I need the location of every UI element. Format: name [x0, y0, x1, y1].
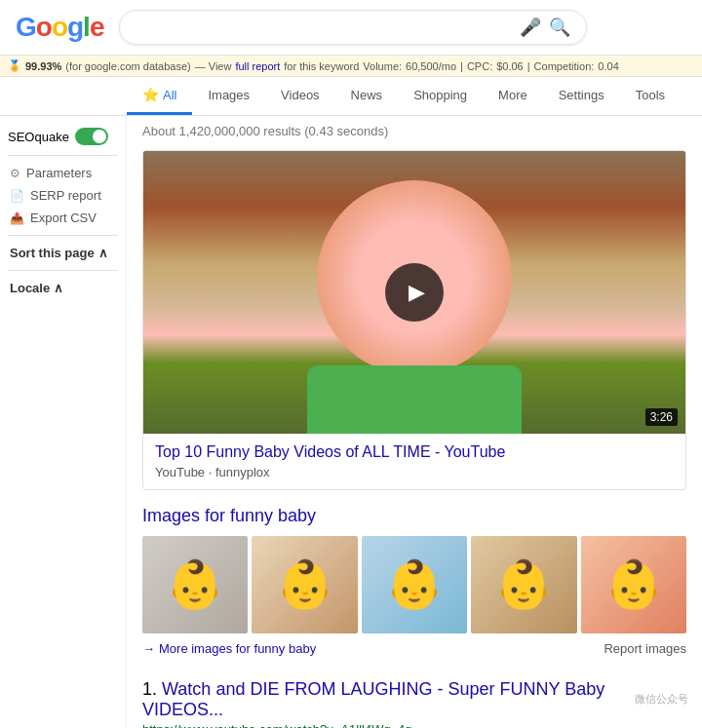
sidebar-item-export-csv[interactable]: 📤 Export CSV — [8, 207, 118, 229]
seoquake-row: SEOquake — [8, 128, 118, 145]
microphone-icon[interactable]: 🎤 — [520, 17, 541, 38]
baby-image-1 — [142, 536, 248, 633]
seo-full-report-link[interactable]: full report — [235, 60, 280, 72]
tab-all-label: All — [163, 88, 176, 102]
video-info: Top 10 Funny Baby Videos of ALL TIME - Y… — [143, 434, 685, 489]
seo-database: (for google.com database) — [65, 60, 190, 72]
seo-competition-value: 0.04 — [598, 60, 618, 72]
content-area: About 1,420,000,000 results (0.43 second… — [127, 116, 702, 728]
tab-more[interactable]: More — [483, 78, 543, 115]
image-thumb-3[interactable] — [362, 536, 467, 633]
more-images-label: More images for funny baby — [159, 641, 316, 656]
seo-volume-value: 60,500/mo — [406, 60, 456, 72]
seoquake-toggle[interactable] — [75, 128, 108, 145]
nav-right: Settings Tools — [543, 78, 681, 115]
tab-shopping-label: Shopping — [413, 88, 467, 102]
sidebar-item-parameters[interactable]: ⚙ Parameters — [8, 162, 118, 184]
video-title-link[interactable]: Top 10 Funny Baby Videos of ALL TIME - Y… — [155, 443, 505, 460]
result-1-url: https://www.youtube.com/watch?v=A1lll4Wq… — [142, 722, 686, 728]
seo-pipe-2: | — [527, 60, 530, 72]
seo-competition-label: Competition: — [534, 60, 595, 72]
baby-image-4 — [471, 536, 576, 633]
sidebar-divider-2 — [8, 235, 118, 236]
locale-section[interactable]: Locale ∧ — [8, 277, 118, 299]
result-1-title: 1. Watch and DIE FROM LAUGHING - Super F… — [142, 679, 686, 720]
tab-news[interactable]: News — [335, 78, 399, 115]
tab-videos-label: Videos — [281, 88, 320, 102]
tab-settings-label: Settings — [559, 88, 604, 102]
watermark: 微信公众号 — [631, 690, 692, 709]
sort-label: Sort this page — [10, 246, 95, 260]
seo-star: 🏅 — [8, 59, 21, 72]
seo-cpc-value: $0.06 — [496, 60, 524, 72]
tab-images[interactable]: Images — [192, 78, 265, 115]
header: Google funny baby 🎤 🔍 — [0, 0, 702, 56]
search-result-1: 1. Watch and DIE FROM LAUGHING - Super F… — [142, 671, 686, 728]
baby-image-3 — [362, 536, 467, 633]
sidebar-divider-1 — [8, 155, 118, 156]
baby-image-2 — [252, 536, 357, 633]
seo-percentage: 99.93% — [25, 60, 61, 72]
play-button[interactable] — [385, 263, 444, 322]
sort-section[interactable]: Sort this page ∧ — [8, 242, 118, 264]
image-thumb-5[interactable] — [581, 536, 686, 633]
tab-all[interactable]: ⭐ All — [127, 77, 192, 115]
seo-bar: 🏅 99.93% (for google.com database) — Vie… — [0, 56, 702, 77]
seoquake-label: SEOquake — [8, 130, 69, 144]
main-layout: SEOquake ⚙ Parameters 📄 SERP report 📤 Ex… — [0, 116, 702, 728]
image-thumb-4[interactable] — [471, 536, 576, 633]
nav-tabs: ⭐ All Images Videos News Shopping More S… — [0, 77, 702, 116]
search-bar: funny baby 🎤 🔍 — [119, 10, 587, 45]
seo-volume-label: Volume: — [363, 60, 402, 72]
result-1-title-link[interactable]: Watch and DIE FROM LAUGHING - Super FUNN… — [142, 679, 604, 719]
seo-cpc-label: CPC: — [467, 60, 492, 72]
sidebar-item-serp-report[interactable]: 📄 SERP report — [8, 184, 118, 207]
export-icon: 📤 — [10, 211, 24, 225]
tab-settings[interactable]: Settings — [543, 78, 620, 115]
search-input[interactable]: funny baby — [136, 19, 512, 36]
tab-shopping[interactable]: Shopping — [398, 78, 483, 115]
locale-chevron-icon: ∧ — [54, 281, 63, 295]
video-duration: 3:26 — [645, 408, 678, 426]
baby-image-5 — [581, 536, 686, 633]
report-icon: 📄 — [10, 189, 24, 203]
seo-view-text: — View — [195, 60, 232, 72]
more-images-link[interactable]: → More images for funny baby — [142, 641, 316, 656]
all-star-icon: ⭐ — [142, 87, 159, 102]
sidebar-divider-3 — [8, 270, 118, 271]
tab-tools-label: Tools — [636, 88, 665, 102]
image-thumb-2[interactable] — [252, 536, 357, 633]
export-csv-label: Export CSV — [30, 211, 97, 225]
results-count: About 1,420,000,000 results (0.43 second… — [142, 124, 686, 138]
seo-for-keyword: for this keyword — [284, 60, 359, 72]
tab-news-label: News — [351, 88, 383, 102]
sort-chevron-icon: ∧ — [98, 246, 108, 260]
result-1-number: 1. — [142, 679, 157, 699]
google-logo: Google — [16, 12, 103, 43]
tab-tools[interactable]: Tools — [620, 78, 681, 115]
images-section: Images for funny baby — [142, 506, 686, 656]
image-thumb-1[interactable] — [142, 536, 248, 633]
images-grid — [142, 536, 686, 633]
tab-videos[interactable]: Videos — [265, 78, 335, 115]
sidebar: SEOquake ⚙ Parameters 📄 SERP report 📤 Ex… — [0, 116, 127, 728]
tab-more-label: More — [498, 88, 527, 102]
search-icon[interactable]: 🔍 — [549, 17, 570, 38]
video-source: YouTube · funnyplox — [155, 465, 674, 479]
parameters-label: Parameters — [26, 166, 92, 180]
arrow-right-icon: → — [142, 641, 155, 656]
seo-pipe-1: | — [460, 60, 463, 72]
images-section-header: Images for funny baby — [142, 506, 686, 526]
serp-report-label: SERP report — [30, 188, 101, 203]
tab-images-label: Images — [208, 88, 250, 102]
images-footer: → More images for funny baby Report imag… — [142, 641, 686, 656]
gear-icon: ⚙ — [10, 167, 20, 180]
video-card: 3:26 Top 10 Funny Baby Videos of ALL TIM… — [142, 150, 686, 490]
locale-label: Locale — [10, 281, 50, 295]
report-images-link[interactable]: Report images — [604, 641, 686, 656]
video-thumbnail: 3:26 — [143, 151, 685, 434]
